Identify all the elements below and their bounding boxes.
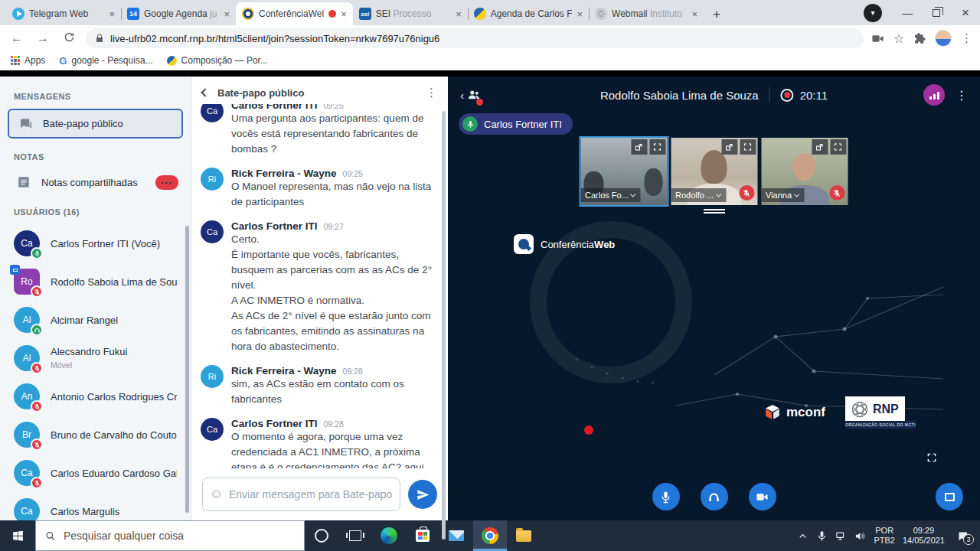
sidebar-scrollbar[interactable]: [185, 226, 189, 513]
avatar: Ca: [201, 418, 224, 441]
profile-avatar[interactable]: [935, 30, 952, 47]
address-bar[interactable]: live-ufrb02.mconf.rnp.br/html5client/joi…: [86, 28, 864, 48]
forward-icon[interactable]: →: [34, 31, 52, 45]
webcam-rodolfo[interactable]: Rodolfo ...: [671, 138, 757, 205]
webcam-name-dropdown[interactable]: Vianna: [761, 188, 804, 202]
popout-icon[interactable]: [812, 139, 828, 155]
toggle-userlist-button[interactable]: ‹: [460, 88, 481, 102]
user-row[interactable]: An Antonio Carlos Rodrigues Crist...: [8, 377, 183, 416]
bookmark-composicao[interactable]: Composição — Por...: [167, 55, 268, 66]
sidebar-item-public-chat[interactable]: Bate-papo público: [8, 109, 183, 139]
store-button[interactable]: [406, 520, 439, 551]
restore-button[interactable]: [922, 0, 951, 25]
recording-indicator[interactable]: 20:11: [781, 89, 828, 102]
task-view-button[interactable]: [338, 520, 372, 551]
back-icon[interactable]: ←: [8, 31, 26, 45]
bookmark-apps[interactable]: Apps: [11, 55, 45, 66]
chat-back-icon[interactable]: [201, 88, 209, 96]
tab-webmail[interactable]: Webmail Instituto ×: [589, 2, 704, 25]
edge-button[interactable]: [372, 520, 406, 551]
tab-close-icon[interactable]: ×: [224, 8, 230, 20]
tab-telegram[interactable]: Telegram Web ×: [6, 2, 121, 25]
minimize-button[interactable]: —: [893, 0, 922, 25]
tab-close-icon[interactable]: ×: [341, 8, 347, 20]
screenshare-button[interactable]: [936, 483, 963, 510]
tray-network-icon[interactable]: [835, 530, 847, 542]
user-row[interactable]: Ro Rodolfo Saboia Lima de Souza: [8, 262, 183, 301]
popout-icon[interactable]: [721, 139, 737, 155]
mic-on-icon: [31, 247, 43, 259]
fullscreen-icon[interactable]: [740, 139, 756, 155]
user-row[interactable]: Ca Carlos Eduardo Cardoso Galhar...: [8, 454, 183, 492]
chat-messages[interactable]: Ca Carlos Fortner ITI09:25 Uma pergunta …: [191, 104, 448, 468]
tab-close-icon[interactable]: ×: [456, 8, 462, 20]
webcam-name-dropdown[interactable]: Rodolfo ...: [671, 188, 726, 202]
refresh-icon[interactable]: [60, 31, 78, 46]
clock[interactable]: 09:2914/05/2021: [903, 526, 945, 546]
search-input[interactable]: [64, 530, 295, 542]
tab-close-icon[interactable]: ×: [691, 8, 697, 20]
extensions-icon[interactable]: [913, 32, 926, 44]
webcam-carlos[interactable]: Carlos Fo...: [580, 138, 667, 205]
avatar: Al: [14, 345, 40, 371]
emoji-icon[interactable]: ☺: [210, 487, 223, 502]
tab-google-agenda[interactable]: 14 Google Agenda ju ×: [121, 2, 236, 25]
tab-agenda-carlos[interactable]: Agenda de Carlos F ×: [468, 2, 589, 25]
bookmark-google[interactable]: G google - Pesquisa...: [59, 55, 152, 67]
chat-message: Ca Carlos Fortner ITI09:27 Certo. É impo…: [201, 220, 433, 354]
start-button[interactable]: [0, 520, 35, 551]
tray-volume-icon[interactable]: [854, 530, 866, 542]
chat-options-icon[interactable]: ⋮: [426, 86, 437, 99]
tab-sei[interactable]: sei SEI Processo ×: [353, 2, 468, 25]
stage-options-icon[interactable]: ⋮: [956, 88, 968, 103]
user-row[interactable]: Al Alecsandro FukuiMóvel: [8, 339, 183, 377]
connection-status-button[interactable]: [923, 84, 945, 106]
taskbar-search[interactable]: [35, 520, 305, 551]
tray-mic-icon[interactable]: [816, 530, 828, 542]
webcam-name-dropdown[interactable]: Carlos Fo...: [580, 188, 641, 202]
mail-icon: [449, 530, 464, 541]
telegram-icon: [12, 8, 24, 20]
fullscreen-icon[interactable]: [649, 139, 665, 155]
audio-button[interactable]: [701, 483, 728, 510]
tab-close-icon[interactable]: ×: [109, 8, 115, 20]
chat-panel: Bate-papo público ⋮ Ca Carlos Fortner IT…: [191, 77, 448, 520]
new-tab-button[interactable]: +: [704, 7, 730, 25]
tab-close-icon[interactable]: ×: [577, 8, 583, 20]
sidebar-item-shared-notes[interactable]: Notas compartilhadas ···: [8, 169, 183, 195]
fullscreen-icon[interactable]: [830, 139, 846, 155]
current-talker-pill[interactable]: Carlos Fortner ITI: [459, 113, 573, 135]
language-indicator[interactable]: PORPTB2: [874, 526, 895, 546]
presenter-icon: [10, 265, 20, 275]
user-row[interactable]: Al Alcimar Rangel: [8, 301, 183, 339]
camera-in-use-icon[interactable]: [871, 32, 884, 45]
mute-button[interactable]: [652, 483, 680, 510]
chevron-down-icon: [716, 191, 721, 197]
send-message-button[interactable]: [408, 480, 437, 509]
chat-title: Bate-papo público: [217, 87, 416, 99]
mail-button[interactable]: [439, 520, 473, 551]
chrome-taskbar-button[interactable]: [473, 520, 507, 551]
webcam-button[interactable]: [749, 483, 776, 510]
user-row[interactable]: Ca Carlos Fortner ITI (Você): [8, 224, 183, 262]
avatar: Ca: [14, 460, 40, 486]
cortana-button[interactable]: [305, 520, 338, 551]
user-row[interactable]: Ca Carlos Margulis: [8, 492, 183, 520]
tab-recording-icon: [328, 10, 336, 18]
notification-center-button[interactable]: 3: [952, 530, 972, 542]
tray-expand-icon[interactable]: [797, 530, 808, 542]
bookmark-star-icon[interactable]: ☆: [893, 31, 904, 46]
presentation-slide[interactable]: ConferênciaWeb mconf RNP ORGANIZAÇÃO SOC…: [485, 214, 943, 471]
slide-fullscreen-icon[interactable]: [926, 452, 937, 466]
webcam-vianna[interactable]: Vianna: [761, 138, 848, 205]
popout-icon[interactable]: [631, 139, 647, 155]
media-controls-button[interactable]: ▾: [864, 4, 882, 22]
apps-grid-icon: [11, 56, 20, 65]
presenter-name: Rodolfo Saboia Lima de Souza: [600, 89, 759, 102]
close-window-button[interactable]: ×: [951, 0, 980, 25]
tab-conferenciaweb-active[interactable]: ConferênciaWel ×: [236, 2, 353, 25]
chat-message-input[interactable]: [202, 478, 400, 511]
user-row[interactable]: Br Bruno de Carvalho do Couto: [8, 416, 183, 454]
file-explorer-button[interactable]: [507, 520, 541, 551]
chrome-menu-icon[interactable]: ⋮: [961, 31, 972, 45]
